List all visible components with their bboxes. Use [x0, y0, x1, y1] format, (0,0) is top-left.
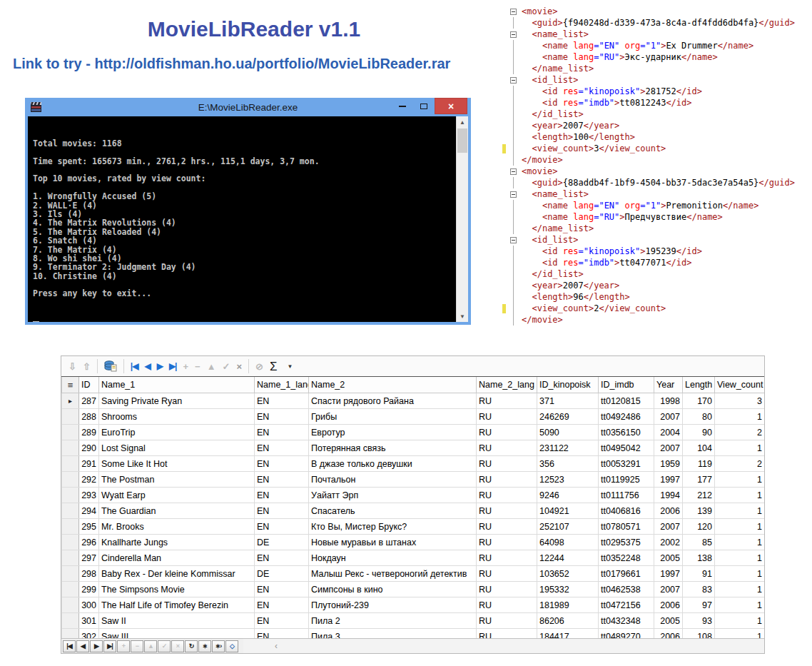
table-row[interactable]: 299The Simpsons MovieENСимпсоны в киноRU…: [62, 582, 765, 597]
table-cell-id_kinopoisk[interactable]: 86206: [537, 613, 599, 629]
table-cell-view_count[interactable]: 2: [715, 456, 765, 472]
console-scrollbar[interactable]: ▲ ▼: [456, 116, 468, 322]
table-cell-id[interactable]: 296: [79, 535, 99, 550]
table-cell-name_2[interactable]: Спасти рядового Райана: [309, 393, 477, 409]
table-cell-name_2_lang[interactable]: RU: [477, 503, 537, 519]
dropdown-arrow-icon[interactable]: ▼: [287, 363, 293, 370]
table-cell-id_imdb[interactable]: tt0119925: [599, 472, 654, 488]
table-cell-name_1[interactable]: Knallharte Jungs: [99, 535, 255, 550]
table-cell-id_kinopoisk[interactable]: 246269: [537, 409, 599, 425]
table-cell-name_1[interactable]: Wyatt Earp: [99, 488, 255, 503]
table-cell-name_2_lang[interactable]: RU: [477, 488, 537, 503]
table-cell-id[interactable]: 294: [79, 503, 99, 519]
table-cell-id[interactable]: 302: [79, 629, 99, 639]
table-cell-name_1[interactable]: The Half Life of Timofey Berezin: [99, 597, 255, 613]
xml-editor[interactable]: <movie> <guid>{f940248d-d339-473a-8c4a-d…: [502, 6, 812, 326]
table-cell-id_kinopoisk[interactable]: 103652: [537, 566, 599, 582]
table-cell-year[interactable]: 1959: [654, 456, 683, 472]
table-row[interactable]: 298Baby Rex - Der kleine KommissarDEМалы…: [62, 566, 765, 582]
table-cell-name_1[interactable]: EuroTrip: [99, 425, 255, 440]
table-cell-name_1[interactable]: Saw II: [99, 613, 255, 629]
table-cell-name_2[interactable]: Плутоний-239: [309, 597, 477, 613]
table-cell-id[interactable]: 292: [79, 472, 99, 488]
row-indicator-cell[interactable]: [62, 550, 79, 566]
table-cell-name_2_lang[interactable]: RU: [477, 566, 537, 582]
table-cell-id_kinopoisk[interactable]: 371: [537, 393, 599, 409]
table-cell-length[interactable]: 120: [683, 519, 715, 535]
minimize-button[interactable]: [392, 98, 413, 115]
table-cell-id_imdb[interactable]: tt0352248: [599, 550, 654, 566]
table-cell-name_2[interactable]: Нокдаун: [309, 550, 477, 566]
table-cell-name_2_lang[interactable]: RU: [477, 456, 537, 472]
table-row[interactable]: 288ShroomsENГрибыRU246269tt0492486200780…: [62, 409, 765, 425]
table-cell-name_1[interactable]: Saving Private Ryan: [99, 393, 255, 409]
fold-toggle-icon[interactable]: [508, 74, 518, 86]
column-header-name_2[interactable]: Name_2: [309, 377, 477, 393]
table-cell-length[interactable]: 138: [683, 550, 715, 566]
table-cell-id[interactable]: 287: [79, 393, 99, 409]
export-database-icon[interactable]: [104, 360, 117, 372]
table-cell-name_1_lang[interactable]: EN: [255, 629, 309, 639]
table-cell-id_kinopoisk[interactable]: 195332: [537, 582, 599, 597]
table-cell-view_count[interactable]: 1: [715, 582, 765, 597]
table-cell-view_count[interactable]: 1: [715, 629, 765, 639]
row-indicator-cell[interactable]: [62, 409, 79, 425]
table-cell-name_2[interactable]: Грибы: [309, 409, 477, 425]
table-cell-id_kinopoisk[interactable]: 184417: [537, 629, 599, 639]
table-cell-name_1[interactable]: Saw III: [99, 629, 255, 639]
table-cell-view_count[interactable]: 1: [715, 613, 765, 629]
table-row[interactable]: 301Saw IIENПила 2RU86206tt04323482005931: [62, 613, 765, 629]
table-cell-id_kinopoisk[interactable]: 181989: [537, 597, 599, 613]
table-cell-name_2[interactable]: Почтальон: [309, 472, 477, 488]
table-cell-id_imdb[interactable]: tt0489270: [599, 629, 654, 639]
table-cell-length[interactable]: 104: [683, 440, 715, 456]
column-header-id_imdb[interactable]: ID_imdb: [599, 377, 654, 393]
table-cell-view_count[interactable]: 1: [715, 535, 765, 550]
fold-toggle-icon[interactable]: [508, 166, 518, 177]
table-cell-year[interactable]: 2006: [654, 597, 683, 613]
fold-toggle-icon[interactable]: [508, 234, 518, 246]
table-cell-view_count[interactable]: 1: [715, 519, 765, 535]
table-cell-name_1_lang[interactable]: DE: [255, 566, 309, 582]
table-cell-name_2[interactable]: Новые муравьи в штанах: [309, 535, 477, 550]
table-cell-name_1[interactable]: Cinderella Man: [99, 550, 255, 566]
table-cell-id_imdb[interactable]: tt0179661: [599, 566, 654, 582]
table-cell-view_count[interactable]: 3: [715, 393, 765, 409]
table-cell-name_1[interactable]: The Guardian: [99, 503, 255, 519]
bookmark-goto-icon[interactable]: ∗›: [212, 640, 225, 652]
table-cell-name_2[interactable]: Пила 3: [309, 629, 477, 639]
table-cell-name_1_lang[interactable]: EN: [255, 613, 309, 629]
bookmark-set-icon[interactable]: ∗: [198, 640, 211, 652]
table-cell-name_1_lang[interactable]: EN: [255, 597, 309, 613]
table-cell-id[interactable]: 301: [79, 613, 99, 629]
table-cell-length[interactable]: 90: [683, 425, 715, 440]
table-cell-name_2[interactable]: Потерянная связь: [309, 440, 477, 456]
table-cell-id[interactable]: 299: [79, 582, 99, 597]
table-cell-view_count[interactable]: 1: [715, 566, 765, 582]
row-indicator-cell[interactable]: [62, 566, 79, 582]
column-header-name_1_lang[interactable]: Name_1_lang: [255, 377, 309, 393]
last-record-icon[interactable]: ▶|: [103, 640, 116, 652]
column-header-length[interactable]: Length: [683, 377, 715, 393]
table-cell-length[interactable]: 97: [683, 597, 715, 613]
column-header-name_2_lang[interactable]: Name_2_lang: [477, 377, 537, 393]
row-indicator-cell[interactable]: [62, 613, 79, 629]
table-cell-name_1_lang[interactable]: EN: [255, 456, 309, 472]
table-cell-name_1_lang[interactable]: EN: [255, 488, 309, 503]
table-cell-name_1[interactable]: Baby Rex - Der kleine Kommissar: [99, 566, 255, 582]
table-cell-name_1[interactable]: Mr. Brooks: [99, 519, 255, 535]
table-cell-id_imdb[interactable]: tt0295375: [599, 535, 654, 550]
table-cell-id_imdb[interactable]: tt0356150: [599, 425, 654, 440]
download-link[interactable]: Link to try - http://oldfishman.ho.ua/po…: [0, 56, 508, 72]
table-cell-year[interactable]: 2007: [654, 440, 683, 456]
row-indicator-cell[interactable]: [62, 535, 79, 550]
row-indicator-cell[interactable]: [62, 597, 79, 613]
table-cell-id[interactable]: 290: [79, 440, 99, 456]
table-row[interactable]: 296Knallharte JungsDEНовые муравьи в шта…: [62, 535, 765, 550]
fold-toggle-icon[interactable]: [508, 6, 518, 17]
table-cell-id_kinopoisk[interactable]: 104921: [537, 503, 599, 519]
table-cell-id_kinopoisk[interactable]: 12523: [537, 472, 599, 488]
table-row[interactable]: 294The GuardianENСпасательRU104921tt0406…: [62, 503, 765, 519]
table-cell-name_2_lang[interactable]: RU: [477, 613, 537, 629]
table-cell-view_count[interactable]: 1: [715, 440, 765, 456]
